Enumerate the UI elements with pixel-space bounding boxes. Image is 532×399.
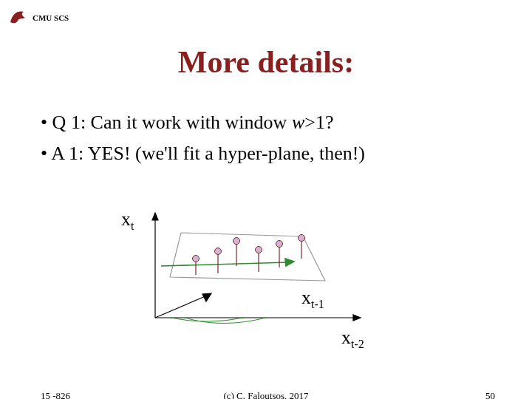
y-sub: t bbox=[131, 219, 134, 232]
axis-label-xt: xt bbox=[121, 208, 134, 233]
bullet-list: Q 1: Can it work with window w>1? A 1: Y… bbox=[41, 109, 532, 168]
svg-point-16 bbox=[215, 248, 222, 255]
projection-curves-icon bbox=[170, 318, 266, 324]
x1-base: x bbox=[301, 287, 311, 308]
svg-point-20 bbox=[299, 235, 305, 242]
copyright: (c) C. Faloutsos, 2017 bbox=[0, 390, 532, 399]
svg-marker-8 bbox=[285, 259, 294, 266]
green-arrow-icon bbox=[161, 259, 294, 266]
svg-marker-3 bbox=[353, 315, 361, 321]
svg-point-17 bbox=[233, 238, 240, 245]
svg-point-15 bbox=[193, 256, 200, 262]
axis-label-xt2: xt-2 bbox=[341, 327, 364, 351]
svg-marker-1 bbox=[152, 213, 158, 220]
x2-base: x bbox=[341, 327, 351, 348]
bullet-a1: A 1: YES! (we'll fit a hyper-plane, then… bbox=[41, 140, 532, 167]
q1-var: w bbox=[292, 112, 304, 133]
y-base: x bbox=[121, 208, 131, 230]
axes-icon bbox=[152, 213, 361, 321]
svg-line-7 bbox=[161, 262, 288, 266]
q1-suffix: >1? bbox=[304, 112, 333, 133]
diagram: xt xt-1 xt-2 bbox=[118, 207, 429, 362]
data-points-icon bbox=[193, 235, 305, 276]
svg-line-4 bbox=[155, 296, 207, 318]
svg-point-19 bbox=[276, 241, 283, 248]
header-org: CMU SCS bbox=[33, 13, 69, 22]
axis-label-xt1: xt-1 bbox=[301, 287, 324, 311]
q1-prefix: Q 1: Can it work with window bbox=[52, 112, 292, 133]
page-number: 50 bbox=[485, 390, 495, 399]
dragon-logo-icon bbox=[7, 6, 28, 30]
slide-title: More details: bbox=[0, 44, 532, 80]
x2-sub: t-2 bbox=[351, 338, 364, 350]
header: CMU SCS bbox=[7, 6, 69, 30]
svg-marker-5 bbox=[202, 293, 211, 301]
svg-point-18 bbox=[256, 247, 262, 253]
x1-sub: t-1 bbox=[311, 298, 324, 310]
bullet-q1: Q 1: Can it work with window w>1? bbox=[41, 109, 532, 136]
diagram-svg bbox=[118, 207, 429, 362]
